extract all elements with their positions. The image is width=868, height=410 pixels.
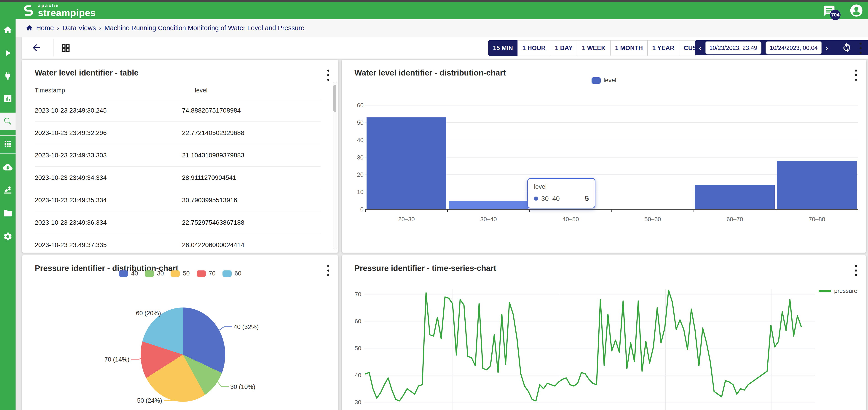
cell-timestamp: 2023-10-23 23:49:35.334 [35, 197, 182, 204]
svg-text:10: 10 [357, 188, 364, 196]
tooltip-series-dot [534, 197, 538, 201]
window-top-strip [0, 0, 868, 2]
table-row: 2023-10-23 23:49:35.33430.7903995513916 [35, 189, 320, 211]
cell-level: 26.042206000024414 [182, 241, 244, 249]
panel-pressure-distribution: Pressure identifier - distribution-chart… [22, 255, 338, 410]
back-button[interactable] [31, 42, 42, 53]
sidebar-item-dashboard-chart[interactable] [0, 90, 16, 107]
sidebar-item-apps-grid[interactable] [0, 135, 16, 153]
panel-pressure-time-series: Pressure identifier - time-series-chart … [342, 255, 866, 410]
svg-text:50: 50 [355, 345, 361, 352]
table-column-level: level [195, 87, 208, 94]
histogram-chart[interactable]: 010203040506020–3030–4040–5050–6060–7070… [342, 60, 866, 253]
date-range-picker: ‹ 10/23/2023, 23:49 10/24/2023, 00:04 › [695, 40, 868, 55]
sidebar-item-install-cloud-download[interactable] [0, 158, 16, 176]
tooltip-value: 5 [585, 195, 589, 203]
pie-slice-label: 70 (14%) [104, 356, 129, 363]
cell-timestamp: 2023-10-23 23:49:33.303 [35, 152, 182, 159]
svg-text:40–50: 40–50 [562, 216, 579, 223]
sidebar-separator [0, 136, 16, 136]
pie-slice-label: 40 (32%) [234, 324, 259, 331]
svg-text:70–80: 70–80 [809, 216, 825, 223]
table-body: 2023-10-23 23:49:30.24574.88826751708984… [35, 99, 320, 253]
pie-leader-lines [22, 255, 338, 410]
bar-70–80[interactable] [777, 161, 857, 209]
svg-text:70: 70 [355, 291, 361, 298]
date-to-input[interactable]: 10/24/2023, 00:04 [766, 41, 822, 55]
breadcrumb-link-home[interactable]: Home [36, 24, 54, 32]
svg-text:0: 0 [360, 206, 364, 213]
svg-text:60: 60 [355, 318, 361, 325]
apps-grid-icon [3, 139, 12, 149]
data-explorer-search-icon [3, 116, 12, 126]
table-row: 2023-10-23 23:49:30.24574.88826751708984 [35, 99, 320, 122]
time-range-button-1-hour[interactable]: 1 HOUR [518, 40, 550, 56]
robot-arm-icon [3, 185, 12, 195]
logo-streampipes-text: streampipes [38, 8, 96, 18]
breadcrumb-separator: › [57, 24, 59, 32]
bar-60–70[interactable] [695, 185, 775, 209]
dashboard-chart-icon [3, 94, 12, 104]
table-row: 2023-10-23 23:49:33.30321.10431098937988… [35, 144, 320, 167]
svg-text:30: 30 [355, 399, 361, 406]
cell-level: 22.752975463867188 [182, 219, 244, 226]
sidebar-separator [0, 153, 16, 153]
settings-gear-icon [3, 232, 12, 241]
cell-level: 74.88826751708984 [182, 107, 241, 114]
table-scrollbar[interactable] [333, 82, 337, 250]
home-icon [3, 25, 12, 35]
cell-timestamp: 2023-10-23 23:49:32.296 [35, 129, 182, 137]
refresh-icon [841, 42, 852, 54]
sidebar-item-data-explorer-search[interactable] [0, 113, 16, 130]
cell-timestamp: 2023-10-23 23:49:30.245 [35, 107, 182, 114]
breadcrumb-bar: Home › Data Views › Machine Running Cond… [16, 19, 868, 37]
svg-text:60: 60 [357, 102, 364, 109]
pressure-line[interactable] [365, 290, 801, 401]
previous-interval-button[interactable]: ‹ [695, 43, 705, 52]
app-header: apache streampipes 704 [0, 2, 868, 19]
table-row: 2023-10-23 23:49:34.33428.9111270904541 [35, 167, 320, 189]
account-icon[interactable] [850, 4, 863, 17]
install-cloud-download-icon [3, 163, 12, 172]
cell-timestamp: 2023-10-23 23:49:36.334 [35, 219, 182, 226]
grid-layout-button[interactable] [61, 43, 70, 53]
svg-text:60–70: 60–70 [726, 216, 743, 223]
sidebar-item-files-folder[interactable] [0, 205, 16, 222]
time-range-button-1-day[interactable]: 1 DAY [550, 40, 577, 56]
time-range-button-1-year[interactable]: 1 YEAR [647, 40, 679, 56]
notifications-button[interactable]: 704 [822, 2, 838, 19]
time-range-button-1-week[interactable]: 1 WEEK [577, 40, 611, 56]
bar-30–40[interactable] [448, 201, 528, 209]
pie-slice-label: 50 (24%) [137, 397, 162, 404]
cell-level: 28.9111270904541 [182, 174, 236, 181]
sidebar-item-connect-plug[interactable] [0, 67, 16, 85]
sidebar-item-settings-gear[interactable] [0, 228, 16, 245]
toolbar-divider [53, 39, 54, 56]
sidebar-item-robot-arm[interactable] [0, 181, 16, 199]
breadcrumb-home-icon[interactable] [26, 24, 33, 32]
svg-text:40: 40 [357, 137, 364, 143]
svg-text:30–40: 30–40 [480, 216, 497, 223]
sidebar-item-home[interactable] [0, 21, 16, 39]
streampipes-s-icon [20, 2, 37, 19]
time-series-chart[interactable]: 7060504030 [342, 255, 866, 410]
breadcrumb-link-data-views[interactable]: Data Views [62, 24, 96, 32]
grid-layout-icon [61, 43, 70, 53]
toolbar-more-options-button[interactable] [859, 42, 862, 54]
tooltip-category: 30–40 [541, 195, 560, 203]
time-range-button-1-month[interactable]: 1 MONTH [610, 40, 648, 56]
sidebar-item-pipelines-play[interactable] [0, 45, 16, 62]
date-from-input[interactable]: 10/23/2023, 23:49 [705, 41, 762, 55]
pie-slice-label: 60 (20%) [136, 310, 161, 317]
table-row: 2023-10-23 23:49:37.33526.04220600002441… [35, 234, 320, 253]
time-range-button-15-min[interactable]: 15 MIN [488, 40, 518, 56]
bar-20–30[interactable] [367, 117, 446, 209]
cell-timestamp: 2023-10-23 23:49:34.334 [35, 174, 182, 181]
notifications-badge: 704 [830, 9, 841, 20]
logo-apache-text: apache [38, 3, 96, 8]
refresh-button[interactable] [841, 42, 852, 54]
widget-menu-button[interactable] [327, 69, 330, 81]
pie-slice-label: 30 (10%) [230, 383, 255, 390]
table-scrollbar-thumb[interactable] [333, 85, 336, 112]
next-interval-button[interactable]: › [822, 43, 832, 52]
